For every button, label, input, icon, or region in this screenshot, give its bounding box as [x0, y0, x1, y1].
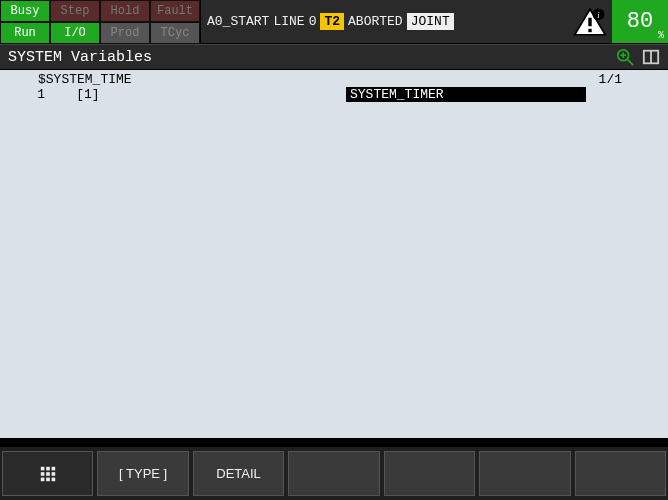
speed-unit: %	[658, 30, 664, 41]
svg-rect-12	[46, 466, 50, 470]
grid-icon	[39, 465, 57, 483]
coord-badge: JOINT	[407, 13, 454, 30]
svg-rect-3	[588, 17, 591, 26]
svg-rect-16	[51, 472, 55, 476]
content-area[interactable]: $SYSTEM_TIME 1/1 1 [1] SYSTEM_TIMER	[0, 70, 668, 438]
fkey-type[interactable]: [ TYPE ]	[97, 451, 188, 496]
page-indicator: 1/1	[599, 72, 622, 87]
svg-rect-17	[41, 477, 45, 481]
speed-override[interactable]: 80 %	[612, 0, 668, 43]
svg-rect-4	[588, 28, 591, 31]
fkey-detail[interactable]: DETAIL	[193, 451, 284, 496]
program-status-area: A0_START LINE 0 T2 ABORTED JOINT	[201, 0, 568, 43]
status-fault: Fault	[150, 0, 200, 22]
status-step: Step	[50, 0, 100, 22]
status-io: I/O	[50, 22, 100, 44]
svg-rect-19	[51, 477, 55, 481]
page-title: SYSTEM Variables	[8, 49, 152, 66]
svg-rect-13	[51, 466, 55, 470]
program-line-label: LINE	[273, 14, 304, 29]
menu-button[interactable]	[2, 451, 93, 496]
fkey-7[interactable]	[575, 451, 666, 496]
fkey-6[interactable]	[479, 451, 570, 496]
svg-line-6	[628, 60, 633, 65]
svg-rect-11	[41, 466, 45, 470]
program-name: A0_START	[207, 14, 269, 29]
alarm-icon[interactable]: i	[568, 0, 612, 43]
svg-rect-18	[46, 477, 50, 481]
variable-name: $SYSTEM_TIME	[6, 72, 132, 87]
status-prod: Prod	[100, 22, 150, 44]
fkey-5[interactable]	[384, 451, 475, 496]
status-busy: Busy	[0, 0, 50, 22]
function-key-bar: [ TYPE ] DETAIL	[0, 446, 668, 500]
top-status-bar: Busy Step Hold Fault Run I/O Prod TCyc A…	[0, 0, 668, 44]
row-value: SYSTEM_TIMER	[346, 87, 586, 102]
status-hold: Hold	[100, 0, 150, 22]
split-view-icon[interactable]	[642, 48, 660, 66]
mode-badge: T2	[320, 13, 344, 30]
speed-value: 80	[627, 9, 653, 34]
status-tcyc: TCyc	[150, 22, 200, 44]
svg-rect-14	[41, 472, 45, 476]
variable-header: $SYSTEM_TIME 1/1	[6, 72, 662, 87]
fkey-4[interactable]	[288, 451, 379, 496]
row-index: 1 [1]	[6, 87, 126, 102]
divider	[0, 438, 668, 446]
titlebar-icons	[616, 48, 660, 66]
program-state: ABORTED	[348, 14, 403, 29]
program-line: 0	[309, 14, 317, 29]
status-grid: Busy Step Hold Fault Run I/O Prod TCyc	[0, 0, 201, 43]
title-bar: SYSTEM Variables	[0, 44, 668, 70]
zoom-icon[interactable]	[616, 48, 634, 66]
table-row[interactable]: 1 [1] SYSTEM_TIMER	[6, 87, 662, 102]
svg-rect-15	[46, 472, 50, 476]
status-run: Run	[0, 22, 50, 44]
